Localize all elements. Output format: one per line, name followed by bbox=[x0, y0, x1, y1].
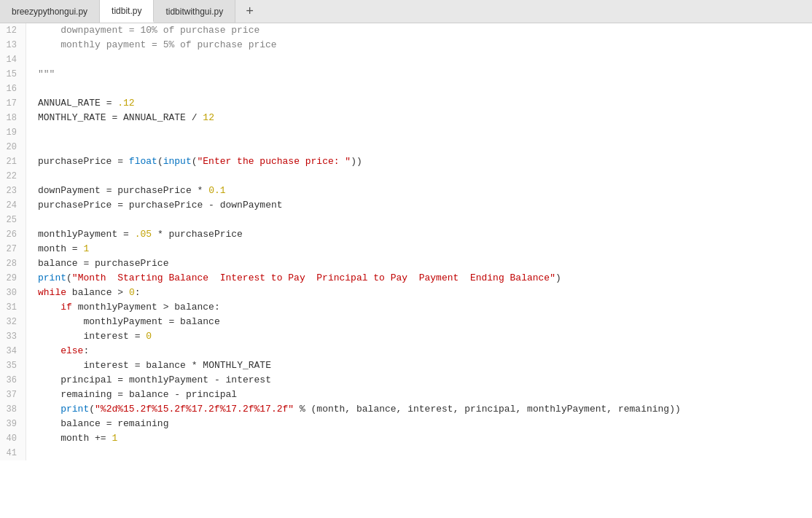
line-content: purchasePrice = float(input("Enter the p… bbox=[26, 154, 812, 169]
line-content: month += 1 bbox=[26, 431, 812, 446]
table-row: 38 print("%2d%15.2f%15.2f%17.2f%17.2f%17… bbox=[0, 402, 812, 417]
line-content: balance = purchasePrice bbox=[26, 256, 812, 271]
line-content bbox=[26, 169, 812, 184]
line-number: 27 bbox=[0, 242, 26, 256]
line-number: 33 bbox=[0, 329, 26, 344]
table-row: 41 bbox=[0, 446, 812, 460]
tab-breezypythongui[interactable]: breezypythongui.py bbox=[0, 0, 100, 23]
line-number: 16 bbox=[0, 82, 26, 96]
line-content: monthlyPayment = .05 * purchasePrice bbox=[26, 227, 812, 242]
line-content: monthlyPayment = balance bbox=[26, 315, 812, 329]
table-row: 14 bbox=[0, 52, 812, 67]
table-row: 20 bbox=[0, 140, 812, 154]
table-row: 36 principal = monthlyPayment - interest bbox=[0, 373, 812, 388]
table-row: 30while balance > 0: bbox=[0, 286, 812, 300]
line-number: 34 bbox=[0, 344, 26, 358]
table-row: 13 monthly payment = 5% of purchase pric… bbox=[0, 38, 812, 52]
table-row: 21purchasePrice = float(input("Enter the… bbox=[0, 154, 812, 169]
table-row: 24purchasePrice = purchasePrice - downPa… bbox=[0, 198, 812, 213]
table-row: 34 else: bbox=[0, 344, 812, 358]
line-number: 15 bbox=[0, 67, 26, 82]
table-row: 37 remaining = balance - principal bbox=[0, 388, 812, 402]
line-number: 37 bbox=[0, 388, 26, 402]
table-row: 27month = 1 bbox=[0, 242, 812, 256]
line-content: while balance > 0: bbox=[26, 286, 812, 300]
line-number: 39 bbox=[0, 417, 26, 431]
table-row: 25 bbox=[0, 213, 812, 227]
table-row: 32 monthlyPayment = balance bbox=[0, 315, 812, 329]
table-row: 12 downpayment = 10% of purchase price bbox=[0, 23, 812, 38]
line-number: 38 bbox=[0, 402, 26, 417]
line-number: 12 bbox=[0, 23, 26, 38]
line-content: """ bbox=[26, 67, 812, 82]
line-content: downpayment = 10% of purchase price bbox=[26, 23, 812, 38]
line-content: interest = 0 bbox=[26, 329, 812, 344]
line-content: purchasePrice = purchasePrice - downPaym… bbox=[26, 198, 812, 213]
table-row: 26monthlyPayment = .05 * purchasePrice bbox=[0, 227, 812, 242]
line-number: 19 bbox=[0, 125, 26, 140]
table-row: 18MONTHLY_RATE = ANNUAL_RATE / 12 bbox=[0, 111, 812, 125]
table-row: 16 bbox=[0, 82, 812, 96]
line-number: 31 bbox=[0, 300, 26, 315]
line-number: 40 bbox=[0, 431, 26, 446]
line-number: 18 bbox=[0, 111, 26, 125]
line-content: interest = balance * MONTHLY_RATE bbox=[26, 358, 812, 373]
line-number: 36 bbox=[0, 373, 26, 388]
line-content bbox=[26, 140, 812, 154]
line-content bbox=[26, 125, 812, 140]
line-content: if monthlyPayment > balance: bbox=[26, 300, 812, 315]
line-content: print("%2d%15.2f%15.2f%17.2f%17.2f%17.2f… bbox=[26, 402, 812, 417]
table-row: 17ANNUAL_RATE = .12 bbox=[0, 96, 812, 111]
line-number: 13 bbox=[0, 38, 26, 52]
line-number: 22 bbox=[0, 169, 26, 184]
line-number: 41 bbox=[0, 446, 26, 460]
table-row: 31 if monthlyPayment > balance: bbox=[0, 300, 812, 315]
line-content: balance = remaining bbox=[26, 417, 812, 431]
table-row: 33 interest = 0 bbox=[0, 329, 812, 344]
line-number: 29 bbox=[0, 271, 26, 286]
line-content: month = 1 bbox=[26, 242, 812, 256]
line-number: 30 bbox=[0, 286, 26, 300]
line-number: 26 bbox=[0, 227, 26, 242]
line-content bbox=[26, 446, 812, 460]
table-row: 39 balance = remaining bbox=[0, 417, 812, 431]
table-row: 29print("Month Starting Balance Interest… bbox=[0, 271, 812, 286]
line-number: 35 bbox=[0, 358, 26, 373]
table-row: 35 interest = balance * MONTHLY_RATE bbox=[0, 358, 812, 373]
line-number: 25 bbox=[0, 213, 26, 227]
code-area: 12 downpayment = 10% of purchase price13… bbox=[0, 23, 812, 460]
line-content: ANNUAL_RATE = .12 bbox=[26, 96, 812, 111]
line-content bbox=[26, 52, 812, 67]
line-number: 20 bbox=[0, 140, 26, 154]
table-row: 19 bbox=[0, 125, 812, 140]
tab-tidbit[interactable]: tidbit.py bbox=[100, 0, 154, 23]
line-content bbox=[26, 82, 812, 96]
line-content: principal = monthlyPayment - interest bbox=[26, 373, 812, 388]
line-number: 32 bbox=[0, 315, 26, 329]
line-number: 28 bbox=[0, 256, 26, 271]
add-tab-button[interactable]: + bbox=[235, 0, 264, 23]
line-content: print("Month Starting Balance Interest t… bbox=[26, 271, 812, 286]
code-editor[interactable]: 12 downpayment = 10% of purchase price13… bbox=[0, 23, 812, 518]
table-row: 22 bbox=[0, 169, 812, 184]
line-number: 24 bbox=[0, 198, 26, 213]
line-number: 23 bbox=[0, 184, 26, 198]
table-row: 23downPayment = purchasePrice * 0.1 bbox=[0, 184, 812, 198]
line-content: downPayment = purchasePrice * 0.1 bbox=[26, 184, 812, 198]
tab-tidbitwithgui[interactable]: tidbitwithgui.py bbox=[154, 0, 235, 23]
line-number: 14 bbox=[0, 52, 26, 67]
line-content bbox=[26, 213, 812, 227]
line-number: 21 bbox=[0, 154, 26, 169]
line-content: else: bbox=[26, 344, 812, 358]
line-number: 17 bbox=[0, 96, 26, 111]
table-row: 28balance = purchasePrice bbox=[0, 256, 812, 271]
table-row: 15""" bbox=[0, 67, 812, 82]
line-content: remaining = balance - principal bbox=[26, 388, 812, 402]
tab-bar: breezypythongui.py tidbit.py tidbitwithg… bbox=[0, 0, 812, 23]
line-content: monthly payment = 5% of purchase price bbox=[26, 38, 812, 52]
table-row: 40 month += 1 bbox=[0, 431, 812, 446]
line-content: MONTHLY_RATE = ANNUAL_RATE / 12 bbox=[26, 111, 812, 125]
